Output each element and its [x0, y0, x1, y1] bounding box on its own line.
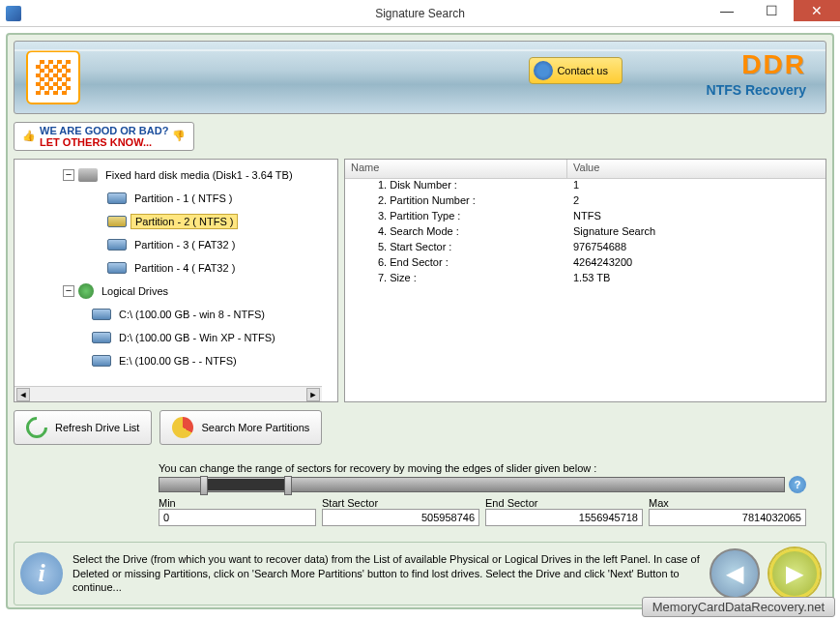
scroll-left-icon[interactable]: ◄	[16, 388, 30, 401]
column-header-name[interactable]: Name	[345, 160, 567, 178]
tree-drive-node[interactable]: E:\ (100.00 GB - - NTFS)	[14, 349, 337, 372]
maximize-button[interactable]: ☐	[749, 0, 794, 21]
collapse-icon[interactable]: −	[63, 169, 74, 181]
prop-name: 3. Partition Type :	[345, 210, 567, 225]
property-row: 3. Partition Type :NTFS	[345, 210, 826, 225]
pie-chart-icon	[172, 417, 193, 438]
tree-drive-node[interactable]: D:\ (100.00 GB - Win XP - NTFS)	[14, 326, 337, 349]
drive-tree-panel: − Fixed hard disk media (Disk1 - 3.64 TB…	[14, 159, 338, 402]
slider-range	[200, 479, 284, 490]
tree-partition-node[interactable]: Partition - 1 ( NTFS )	[14, 187, 337, 210]
feedback-line1: WE ARE GOOD OR BAD?	[40, 125, 168, 136]
prop-name: 1. Disk Number :	[345, 179, 567, 194]
tree-logical-header[interactable]: − Logical Drives	[14, 280, 337, 303]
tree-label: D:\ (100.00 GB - Win XP - NTFS)	[115, 331, 279, 344]
prop-value: 1.53 TB	[567, 272, 610, 287]
person-icon	[534, 61, 553, 80]
thumbs-up-icon: 👍	[22, 130, 36, 143]
back-button[interactable]: ◀	[710, 548, 760, 599]
contact-label: Contact us	[557, 65, 608, 76]
tree-label: Logical Drives	[98, 284, 172, 298]
max-input[interactable]	[649, 509, 806, 526]
max-label: Max	[649, 497, 806, 509]
button-label: Refresh Drive List	[55, 422, 139, 433]
partition-icon	[107, 192, 127, 204]
prop-value: 976754688	[567, 241, 626, 256]
close-button[interactable]: ✕	[794, 0, 840, 21]
tree-disk-node[interactable]: − Fixed hard disk media (Disk1 - 3.64 TB…	[14, 163, 337, 187]
tree-drive-node[interactable]: C:\ (100.00 GB - win 8 - NTFS)	[14, 303, 337, 326]
min-label: Min	[159, 497, 316, 509]
tree-label: C:\ (100.00 GB - win 8 - NTFS)	[115, 308, 269, 321]
partition-icon	[107, 262, 127, 274]
tree-label: Partition - 1 ( NTFS )	[130, 192, 236, 205]
scroll-right-icon[interactable]: ►	[306, 388, 320, 401]
help-icon[interactable]: ?	[789, 476, 806, 493]
tree-partition-node-selected[interactable]: Partition - 2 ( NTFS )	[14, 210, 337, 233]
column-header-value[interactable]: Value	[567, 160, 605, 178]
thumbs-down-icon: 👎	[172, 130, 186, 143]
contact-us-button[interactable]: Contact us	[529, 57, 623, 84]
brand-logo: DDR	[707, 49, 806, 80]
disk-icon	[78, 168, 98, 182]
end-sector-input[interactable]	[485, 509, 643, 526]
globe-icon	[78, 283, 94, 299]
property-row: 1. Disk Number :1	[345, 179, 826, 194]
end-sector-label: End Sector	[485, 497, 643, 509]
properties-panel: Name Value 1. Disk Number :12. Partition…	[344, 159, 826, 402]
arrow-right-icon: ▶	[786, 560, 803, 587]
horizontal-scrollbar[interactable]: ◄ ►	[14, 386, 322, 401]
watermark: MemoryCardDataRecovery.net	[642, 597, 835, 617]
start-sector-label: Start Sector	[322, 497, 479, 509]
logo	[26, 50, 80, 104]
tree-label: Partition - 4 ( FAT32 )	[130, 261, 239, 275]
arrow-left-icon: ◀	[726, 560, 743, 587]
property-row: 6. End Sector :4264243200	[345, 256, 826, 272]
collapse-icon[interactable]: −	[63, 285, 74, 297]
tree-label: Partition - 2 ( NTFS )	[130, 214, 238, 229]
tree-label: E:\ (100.00 GB - - NTFS)	[115, 354, 241, 368]
min-input[interactable]	[159, 509, 316, 526]
partition-icon	[107, 239, 127, 251]
prop-name: 7. Size :	[345, 272, 567, 287]
partition-icon	[107, 216, 127, 227]
next-button[interactable]: ▶	[769, 548, 820, 599]
brand-subtitle: NTFS Recovery	[707, 82, 806, 98]
feedback-line2: LET OTHERS KNOW...	[40, 136, 168, 148]
tree-partition-node[interactable]: Partition - 4 ( FAT32 )	[14, 256, 337, 280]
refresh-drive-list-button[interactable]: Refresh Drive List	[14, 410, 152, 445]
refresh-icon	[21, 412, 51, 442]
slider-handle-end[interactable]	[284, 476, 292, 495]
prop-name: 5. Start Sector :	[345, 241, 567, 256]
prop-value: NTFS	[567, 210, 601, 225]
slider-hint: You can change the range of sectors for …	[159, 462, 806, 474]
prop-name: 2. Partition Number :	[345, 194, 567, 210]
drive-icon	[92, 309, 111, 320]
banner: Contact us DDR NTFS Recovery	[14, 41, 826, 114]
info-icon: i	[20, 552, 63, 595]
tree-scroll[interactable]: − Fixed hard disk media (Disk1 - 3.64 TB…	[14, 160, 337, 384]
app-icon	[6, 6, 21, 21]
tree-partition-node[interactable]: Partition - 3 ( FAT32 )	[14, 233, 337, 256]
search-more-partitions-button[interactable]: Search More Partitions	[159, 410, 322, 445]
prop-value: Signature Search	[567, 225, 655, 241]
property-row: 4. Search Mode :Signature Search	[345, 225, 826, 241]
minimize-button[interactable]: —	[705, 0, 749, 21]
slider-handle-start[interactable]	[200, 476, 208, 495]
button-label: Search More Partitions	[201, 422, 309, 433]
property-row: 7. Size :1.53 TB	[345, 272, 826, 287]
window-title: Signature Search	[375, 7, 465, 20]
drive-icon	[92, 355, 111, 367]
prop-name: 4. Search Mode :	[345, 225, 567, 241]
prop-value: 2	[567, 194, 579, 210]
property-row: 2. Partition Number :2	[345, 194, 826, 210]
tree-label: Partition - 3 ( FAT32 )	[130, 238, 239, 251]
feedback-button[interactable]: 👍 WE ARE GOOD OR BAD? LET OTHERS KNOW...…	[14, 122, 194, 151]
sector-slider[interactable]	[159, 477, 785, 492]
footer-help-text: Select the Drive (from which you want to…	[72, 552, 700, 596]
drive-icon	[92, 332, 111, 343]
titlebar: Signature Search — ☐ ✕	[0, 0, 840, 27]
prop-value: 1	[567, 179, 579, 194]
property-row: 5. Start Sector :976754688	[345, 241, 826, 256]
start-sector-input[interactable]	[322, 509, 479, 526]
